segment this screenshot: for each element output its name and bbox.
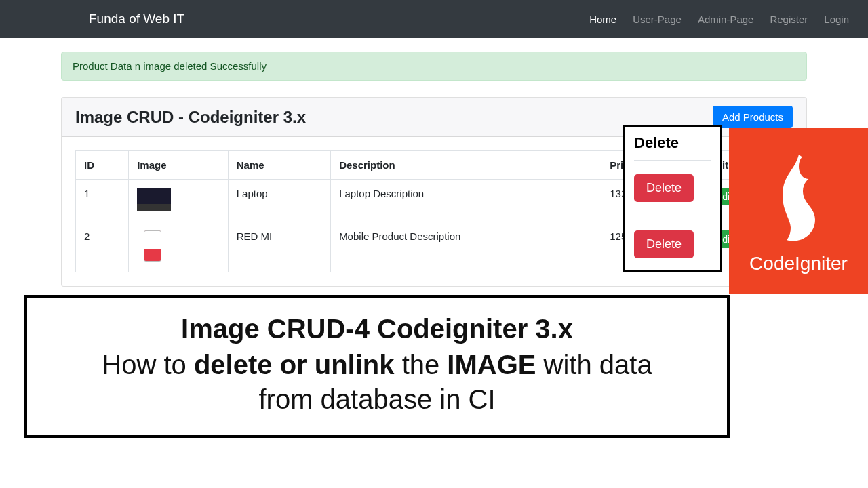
flame-icon [758,148,840,250]
cell-description: Mobile Product Description [331,222,601,272]
success-alert: Product Data n image deleted Successfull… [61,52,807,81]
title-line-3: from database in CI [47,384,707,415]
cell-name: RED MI [228,222,330,272]
title-bold: delete or unlink [194,350,395,380]
redmi-image-icon [144,230,161,262]
delete-header: Delete [634,134,711,161]
cell-id: 1 [76,180,129,222]
tutorial-title-box: Image CRUD-4 Codeigniter 3.x How to dele… [24,295,730,438]
codeigniter-text: CodeIgniter [749,253,848,274]
cell-image [129,180,229,222]
nav-login[interactable]: Login [816,8,857,30]
nav-home[interactable]: Home [581,8,625,30]
navbar-brand[interactable]: Funda of Web IT [89,12,184,26]
nav-user-page[interactable]: User-Page [625,8,690,30]
title-text: the [395,350,448,380]
th-description: Description [331,151,601,180]
laptop-image-icon [137,188,171,211]
cell-name: Laptop [228,180,330,222]
delete-column-overlay: Delete Delete Delete [623,125,722,272]
add-products-button[interactable]: Add Products [713,106,793,128]
delete-button[interactable]: Delete [634,174,694,202]
th-image: Image [129,151,229,180]
delete-button[interactable]: Delete [634,230,694,258]
navbar: Funda of Web IT Home User-Page Admin-Pag… [0,0,868,38]
cell-id: 2 [76,222,129,272]
th-name: Name [228,151,330,180]
card-title: Image CRUD - Codeigniter 3.x [75,108,306,127]
title-text: with data [536,350,652,380]
title-bold: IMAGE [447,350,536,380]
cell-description: Laptop Description [331,180,601,222]
title-line-2: How to delete or unlink the IMAGE with d… [47,350,707,380]
codeigniter-logo: CodeIgniter [729,128,868,294]
nav-register[interactable]: Register [762,8,816,30]
title-line-1: Image CRUD-4 Codeigniter 3.x [47,314,707,344]
navbar-nav: Home User-Page Admin-Page Register Login [581,8,857,30]
nav-admin-page[interactable]: Admin-Page [690,8,762,30]
cell-image [129,222,229,272]
th-id: ID [76,151,129,180]
title-text: How to [102,350,194,380]
